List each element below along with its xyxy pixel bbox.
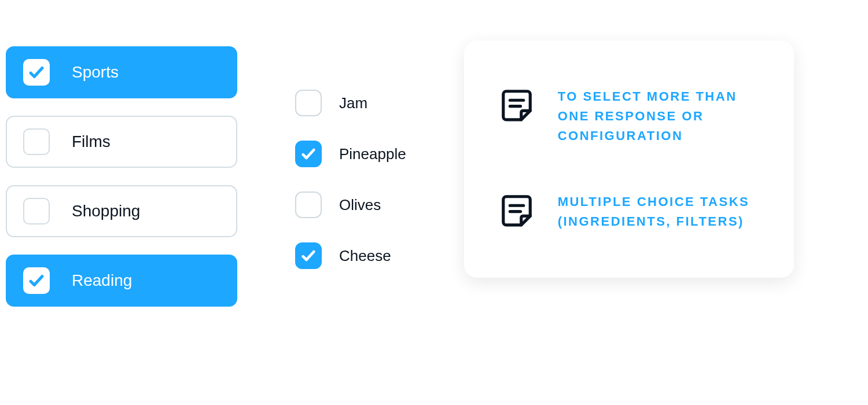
checkmark-icon: [28, 64, 45, 81]
checkmark-icon: [28, 272, 45, 289]
checkbox-label: Olives: [339, 196, 381, 214]
checkbox-olives[interactable]: Olives: [295, 192, 406, 218]
checkmark-icon: [300, 146, 317, 162]
category-checkbox-list: Sports Films Shopping Reading: [6, 46, 237, 307]
checkbox-jam[interactable]: Jam: [295, 90, 406, 116]
note-icon: [499, 87, 535, 123]
checkbox-label: Sports: [72, 63, 119, 82]
checkbox-card-sports[interactable]: Sports: [6, 46, 237, 98]
info-card: To select more than one response or conf…: [464, 41, 794, 278]
info-text: Multiple choice tasks (ingredients, filt…: [558, 192, 759, 231]
info-text: To select more than one response or conf…: [558, 87, 759, 146]
checkbox-card-films[interactable]: Films: [6, 116, 237, 168]
checkbox-pineapple[interactable]: Pineapple: [295, 141, 406, 167]
checkbox-box: [23, 59, 50, 86]
checkbox-label: Cheese: [339, 247, 391, 265]
checkbox-box: [295, 242, 322, 269]
checkbox-card-reading[interactable]: Reading: [6, 255, 237, 307]
ingredient-checkbox-list: Jam Pineapple Olives Cheese: [295, 46, 406, 269]
info-item: Multiple choice tasks (ingredients, filt…: [499, 192, 759, 231]
checkbox-box: [23, 198, 50, 224]
checkbox-card-shopping[interactable]: Shopping: [6, 185, 237, 237]
checkbox-box: [295, 90, 322, 116]
checkbox-cheese[interactable]: Cheese: [295, 242, 406, 269]
checkbox-box: [295, 141, 322, 167]
note-icon: [499, 192, 535, 228]
checkbox-label: Films: [72, 132, 111, 151]
checkbox-box: [295, 192, 322, 218]
info-item: To select more than one response or conf…: [499, 87, 759, 146]
checkbox-label: Pineapple: [339, 145, 406, 163]
checkmark-icon: [300, 248, 317, 264]
checkbox-label: Shopping: [72, 202, 140, 220]
checkbox-box: [23, 267, 50, 294]
checkbox-label: Jam: [339, 94, 367, 112]
checkbox-box: [23, 128, 50, 155]
checkbox-label: Reading: [72, 271, 132, 290]
